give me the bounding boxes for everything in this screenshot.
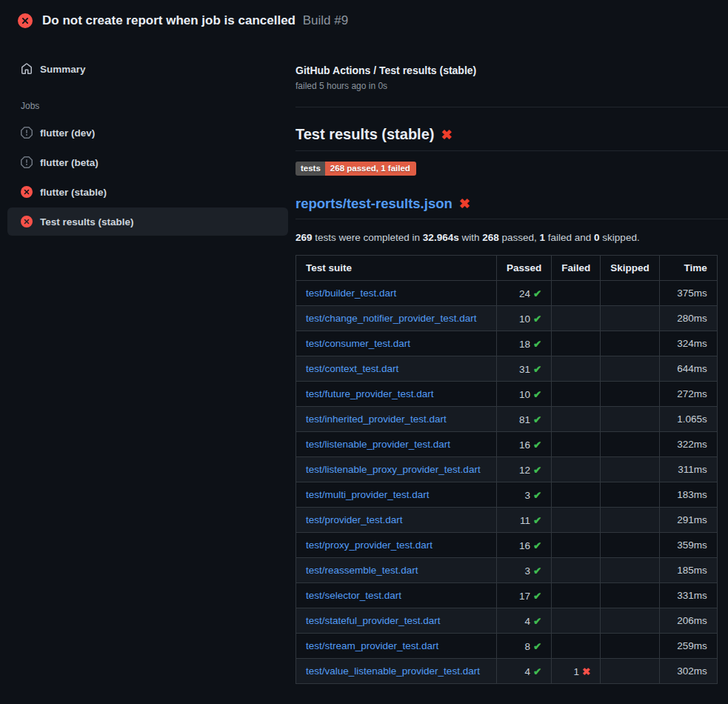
failed-cell: 1✖ <box>552 659 601 684</box>
check-icon: ✔ <box>533 389 541 400</box>
test-suite-link[interactable]: test/provider_test.dart <box>306 514 403 525</box>
suite-cell: test/context_test.dart <box>296 356 497 382</box>
test-suite-link[interactable]: test/selector_test.dart <box>306 590 401 601</box>
column-skipped: Skipped <box>601 256 660 281</box>
test-results-table: Test suite Passed Failed Skipped Time te… <box>295 255 718 684</box>
failed-cell <box>552 482 601 508</box>
test-suite-link[interactable]: test/inherited_provider_test.dart <box>306 414 447 425</box>
test-suite-link[interactable]: test/change_notifier_provider_test.dart <box>306 313 476 324</box>
test-suite-link[interactable]: test/builder_test.dart <box>306 288 396 299</box>
test-suite-link[interactable]: test/reassemble_test.dart <box>306 565 418 576</box>
failed-cell <box>552 356 601 382</box>
suite-cell: test/stream_provider_test.dart <box>296 634 497 659</box>
check-icon: ✔ <box>533 313 541 325</box>
passed-cell: 16✔ <box>497 432 552 457</box>
check-icon: ✔ <box>533 591 541 602</box>
check-icon: ✔ <box>533 339 541 350</box>
time-cell: 644ms <box>659 356 717 382</box>
table-row: test/future_provider_test.dart10✔272ms <box>296 382 718 407</box>
skipped-cell <box>601 634 660 659</box>
suite-cell: test/consumer_test.dart <box>296 331 497 356</box>
test-suite-link[interactable]: test/proxy_provider_test.dart <box>306 539 433 551</box>
passed-cell: 12✔ <box>497 457 552 482</box>
job-label: flutter (stable) <box>40 187 107 198</box>
summary-number: 269 <box>295 232 313 243</box>
passed-cell: 18✔ <box>497 331 552 356</box>
failed-cell <box>552 331 601 356</box>
check-icon: ✔ <box>533 364 541 375</box>
count: 10 <box>519 389 530 400</box>
test-suite-link[interactable]: test/listenable_proxy_provider_test.dart <box>306 464 481 475</box>
suite-cell: test/provider_test.dart <box>296 508 497 533</box>
test-suite-link[interactable]: test/value_listenable_provider_test.dart <box>306 665 480 677</box>
sidebar-job-item-0[interactable]: flutter (dev) <box>7 119 288 147</box>
failed-cell <box>552 457 601 482</box>
run-header: Do not create report when job is cancell… <box>0 0 728 41</box>
count: 10 <box>519 313 530 325</box>
test-suite-link[interactable]: test/consumer_test.dart <box>306 338 410 349</box>
sidebar-job-item-1[interactable]: flutter (beta) <box>7 148 288 176</box>
passed-cell: 16✔ <box>497 533 552 558</box>
test-suite-link[interactable]: test/context_test.dart <box>306 363 398 374</box>
check-icon: ✔ <box>533 490 541 501</box>
check-icon: ✔ <box>533 641 541 652</box>
table-header-row: Test suite Passed Failed Skipped Time <box>296 256 718 281</box>
summary-text: skipped. <box>600 232 640 243</box>
suite-cell: test/builder_test.dart <box>296 281 497 306</box>
test-suite-link[interactable]: test/stateful_provider_test.dart <box>306 615 441 626</box>
sidebar-item-summary[interactable]: Summary <box>7 55 288 83</box>
skipped-cell <box>601 331 660 356</box>
failed-x-icon: ✖ <box>441 128 452 142</box>
time-cell: 206ms <box>659 608 717 634</box>
count: 81 <box>519 414 530 425</box>
badge-label: tests <box>295 162 325 176</box>
failed-cell <box>552 583 601 608</box>
table-row: test/selector_test.dart17✔331ms <box>296 583 718 608</box>
summary-text: with <box>459 232 483 243</box>
test-suite-link[interactable]: test/future_provider_test.dart <box>306 388 434 399</box>
suite-cell: test/inherited_provider_test.dart <box>296 407 497 432</box>
report-file-link[interactable]: reports/test-results.json <box>295 196 453 212</box>
sidebar-job-item-3[interactable]: Test results (stable) <box>7 207 288 236</box>
failed-x-icon: ✖ <box>459 197 470 210</box>
time-cell: 331ms <box>659 583 717 608</box>
test-suite-link[interactable]: test/listenable_provider_test.dart <box>306 439 450 450</box>
check-icon: ✔ <box>533 465 541 476</box>
test-suite-link[interactable]: test/stream_provider_test.dart <box>306 640 438 651</box>
table-row: test/listenable_provider_test.dart16✔322… <box>296 432 718 457</box>
job-label: Test results (stable) <box>40 216 134 228</box>
suite-cell: test/proxy_provider_test.dart <box>296 533 497 558</box>
x-circle-icon <box>21 216 33 228</box>
failed-cell <box>552 533 601 558</box>
workflow-run-title: Do not create report when job is cancell… <box>42 13 295 27</box>
sidebar-summary-label: Summary <box>40 64 86 75</box>
time-cell: 302ms <box>659 659 717 684</box>
failed-cell <box>552 508 601 533</box>
table-row: test/stateful_provider_test.dart4✔206ms <box>296 608 718 634</box>
passed-cell: 4✔ <box>497 608 552 634</box>
table-row: test/builder_test.dart24✔375ms <box>296 281 718 306</box>
skipped-cell <box>601 533 660 558</box>
check-icon: ✔ <box>533 616 541 627</box>
passed-cell: 4✔ <box>497 659 552 684</box>
passed-cell: 31✔ <box>497 356 552 382</box>
time-cell: 324ms <box>659 331 717 356</box>
count: 4 <box>524 616 530 627</box>
summary-number: 32.964s <box>423 232 459 243</box>
test-suite-link[interactable]: test/multi_provider_test.dart <box>306 489 430 500</box>
count: 31 <box>519 364 530 375</box>
sidebar-job-item-2[interactable]: flutter (stable) <box>7 178 288 206</box>
tests-summary-line: 269 tests were completed in 32.964s with… <box>295 232 728 243</box>
count: 24 <box>519 288 530 299</box>
table-row: test/value_listenable_provider_test.dart… <box>296 659 718 684</box>
suite-cell: test/future_provider_test.dart <box>296 382 497 407</box>
passed-cell: 8✔ <box>497 634 552 659</box>
stop-icon <box>21 156 33 168</box>
suite-cell: test/reassemble_test.dart <box>296 558 497 583</box>
header-divider <box>295 107 728 107</box>
table-row: test/consumer_test.dart18✔324ms <box>296 331 718 356</box>
column-time: Time <box>659 256 717 281</box>
report-file-heading[interactable]: reports/test-results.json ✖ <box>295 196 728 219</box>
failed-cell <box>552 558 601 583</box>
failed-cell <box>552 382 601 407</box>
